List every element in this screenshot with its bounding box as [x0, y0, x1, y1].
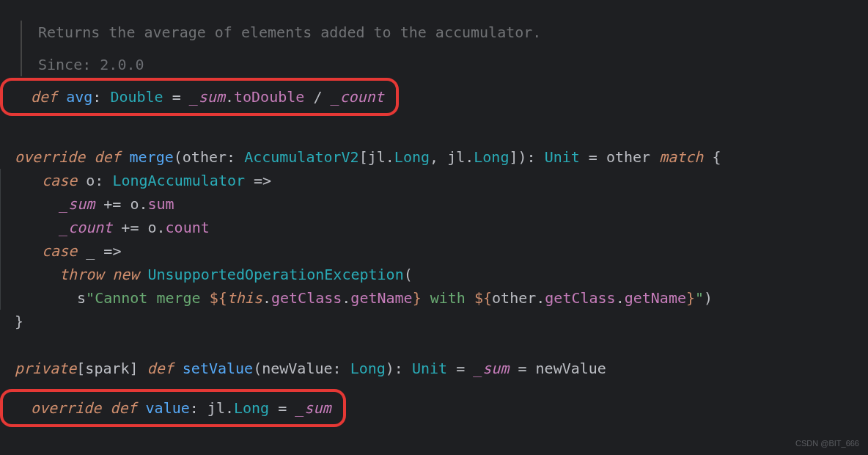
highlighted-code-value: override def value: jl.Long = _sum	[0, 389, 346, 427]
code-line-avg: def avg: Double = _sum.toDouble / _count	[16, 88, 393, 106]
code-line-sum-inc: _sum += o.sum	[0, 192, 868, 216]
code-line-value: override def value: jl.Long = _sum	[16, 399, 340, 417]
code-line-merge-def: override def merge(other: AccumulatorV2[…	[0, 145, 868, 169]
watermark: CSDN @BIT_666	[795, 437, 859, 451]
code-line-throw: throw new UnsupportedOperationException(	[0, 263, 868, 286]
doc-comment-block: Returns the average of elements added to…	[21, 21, 868, 76]
code-line-brace-close: }	[0, 310, 868, 333]
code-line-case-default: case _ =>	[0, 239, 868, 263]
doc-since: Since: 2.0.0	[38, 53, 868, 76]
code-line-string: s"Cannot merge ${this.getClass.getName} …	[0, 286, 868, 310]
code-line-case-o: case o: LongAccumulator =>	[0, 169, 868, 192]
doc-description: Returns the average of elements added to…	[38, 21, 868, 44]
highlighted-code-avg: def avg: Double = _sum.toDouble / _count	[0, 78, 399, 116]
code-line-setvalue: private[spark] def setValue(newValue: Lo…	[0, 357, 868, 380]
code-line-count-inc: _count += o.count	[0, 216, 868, 239]
